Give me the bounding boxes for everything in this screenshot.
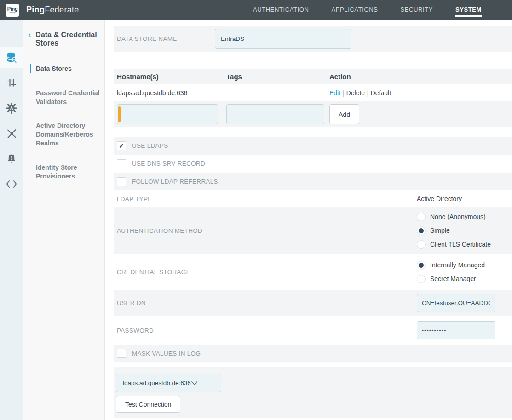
- action-separator: |: [343, 89, 345, 97]
- follow-ldap-referrals-row: FOLLOW LDAP REFERRALS: [114, 173, 512, 190]
- credential-storage-row: CREDENTIAL STORAGE Internally Managed Se…: [114, 254, 512, 290]
- data-store-name-label: DATA STORE NAME: [117, 35, 215, 42]
- code-brackets-icon: [6, 179, 17, 189]
- default-link[interactable]: Default: [371, 89, 391, 97]
- mask-values-row: MASK VALUES IN LOG: [114, 345, 512, 362]
- hostname-select[interactable]: ldaps.ad.questdb.de:636: [116, 374, 221, 392]
- mask-values-label: MASK VALUES IN LOG: [132, 350, 201, 357]
- ldap-type-label: LDAP TYPE: [117, 196, 152, 202]
- sidebar-item-password-credential-validators[interactable]: Password Credential Validators: [30, 89, 100, 106]
- radio-simple-label: Simple: [430, 227, 450, 234]
- test-connection-section: ldaps.ad.questdb.de:636 Test Connection: [114, 367, 512, 418]
- follow-ldap-referrals-label: FOLLOW LDAP REFERRALS: [132, 178, 218, 185]
- radio-internally-managed[interactable]: [417, 261, 426, 270]
- app-title-bold: Ping: [26, 5, 45, 14]
- user-dn-input[interactable]: [417, 294, 495, 312]
- use-ldaps-label: USE LDAPS: [132, 142, 168, 149]
- connections-x-icon: [6, 128, 17, 139]
- ping-logo-subtext: Identity: [10, 12, 16, 14]
- bell-alert-icon: [6, 153, 17, 164]
- user-dn-row: USER DN: [114, 290, 512, 316]
- credential-storage-label: CREDENTIAL STORAGE: [117, 269, 190, 276]
- rail-item-settings[interactable]: [0, 72, 23, 93]
- chevron-down-icon: [191, 379, 198, 387]
- radio-none-anonymous-label: None (Anonymous): [430, 213, 486, 220]
- rail-item-alerts[interactable]: [0, 148, 23, 169]
- sidebar-title[interactable]: Data & Credential Stores: [35, 31, 98, 48]
- ping-logo-text: Ping: [7, 6, 18, 12]
- edit-link[interactable]: Edit: [329, 89, 340, 97]
- authentication-method-options: None (Anonymous) Simple Client TLS Certi…: [417, 210, 512, 251]
- radio-none-anonymous[interactable]: [417, 213, 426, 221]
- radio-secret-manager-label: Secret Manager: [430, 275, 476, 282]
- chevron-left-icon[interactable]: ‹: [28, 30, 31, 48]
- use-dns-srv-row: USE DNS SRV RECORD: [114, 155, 512, 173]
- rail-item-administration[interactable]: A: [0, 98, 23, 119]
- ldap-type-row: LDAP TYPE Active Directory: [114, 190, 512, 207]
- radio-client-tls-certificate[interactable]: [417, 240, 426, 249]
- sidebar-item-ad-domains-kerberos-realms[interactable]: Active Directory Domains/Kerberos Realms: [30, 121, 100, 148]
- sidebar-item-data-stores[interactable]: Data Stores: [30, 64, 100, 73]
- sidebar-item-identity-store-provisioners[interactable]: Identity Store Provisioners: [30, 163, 100, 181]
- password-input[interactable]: [417, 321, 495, 339]
- add-hostname-row: Add: [114, 101, 512, 127]
- sidebar: ‹ Data & Credential Stores Data Stores P…: [23, 20, 105, 420]
- main-content: DATA STORE NAME Hostname(s) Tags Action …: [105, 20, 512, 420]
- tab-system[interactable]: SYSTEM: [455, 3, 482, 17]
- app-title: PingFederate: [26, 5, 79, 15]
- hostname-cell: ldaps.ad.questdb.de:636: [117, 89, 226, 97]
- tab-applications[interactable]: APPLICATIONS: [332, 3, 378, 17]
- ping-logo: Ping Identity: [6, 4, 19, 17]
- tab-security[interactable]: SECURITY: [400, 3, 433, 17]
- radio-internally-managed-label: Internally Managed: [430, 261, 485, 269]
- new-tags-input[interactable]: [226, 104, 324, 124]
- user-dn-label: USER DN: [117, 299, 146, 306]
- icon-rail: A: [0, 20, 23, 420]
- col-hostnames: Hostname(s): [117, 73, 226, 81]
- radio-simple[interactable]: [417, 226, 426, 235]
- credential-storage-options: Internally Managed Secret Manager: [417, 258, 512, 286]
- action-separator: |: [367, 89, 369, 97]
- use-ldaps-checkbox[interactable]: [117, 141, 126, 150]
- hostname-table-row: ldaps.ad.questdb.de:636 Edit | Delete | …: [114, 84, 512, 101]
- rail-item-data-stores[interactable]: [0, 47, 23, 68]
- new-hostname-input[interactable]: [117, 104, 218, 124]
- follow-ldap-referrals-checkbox[interactable]: [117, 177, 126, 186]
- col-tags: Tags: [226, 73, 329, 81]
- ldap-type-value: Active Directory: [417, 195, 512, 202]
- delete-link[interactable]: Delete: [346, 89, 365, 97]
- use-dns-srv-checkbox[interactable]: [117, 159, 126, 168]
- sliders-icon: [6, 77, 17, 88]
- gear-a-icon: A: [6, 102, 17, 114]
- app-title-light: Federate: [45, 5, 79, 14]
- use-dns-srv-label: USE DNS SRV RECORD: [132, 160, 205, 167]
- action-cell: Edit | Delete | Default: [329, 89, 512, 97]
- data-store-name-input[interactable]: [215, 29, 351, 49]
- required-marker: [118, 106, 121, 122]
- tab-authentication[interactable]: AUTHENTICATION: [253, 3, 309, 17]
- authentication-method-label: AUTHENTICATION METHOD: [117, 227, 202, 234]
- hostnames-table-header: Hostname(s) Tags Action: [114, 69, 512, 84]
- rail-item-connections[interactable]: [0, 123, 23, 144]
- hostname-select-value: ldaps.ad.questdb.de:636: [123, 380, 191, 386]
- col-action: Action: [329, 73, 512, 81]
- data-store-name-row: DATA STORE NAME: [114, 26, 512, 52]
- radio-secret-manager[interactable]: [417, 275, 426, 283]
- use-ldaps-row: USE LDAPS: [114, 137, 512, 155]
- database-key-icon: [6, 52, 18, 64]
- password-row: PASSWORD: [114, 316, 512, 345]
- rail-item-developer[interactable]: [0, 173, 23, 195]
- mask-values-checkbox[interactable]: [117, 349, 126, 358]
- top-header: Ping Identity PingFederate AUTHENTICATIO…: [0, 0, 512, 20]
- top-nav: AUTHENTICATION APPLICATIONS SECURITY SYS…: [253, 3, 512, 17]
- password-label: PASSWORD: [117, 327, 154, 334]
- authentication-method-row: AUTHENTICATION METHOD None (Anonymous) S…: [114, 207, 512, 254]
- svg-text:A: A: [10, 106, 13, 111]
- add-button[interactable]: Add: [329, 104, 359, 124]
- radio-client-tls-certificate-label: Client TLS Certificate: [430, 241, 491, 248]
- test-connection-button[interactable]: Test Connection: [116, 396, 180, 413]
